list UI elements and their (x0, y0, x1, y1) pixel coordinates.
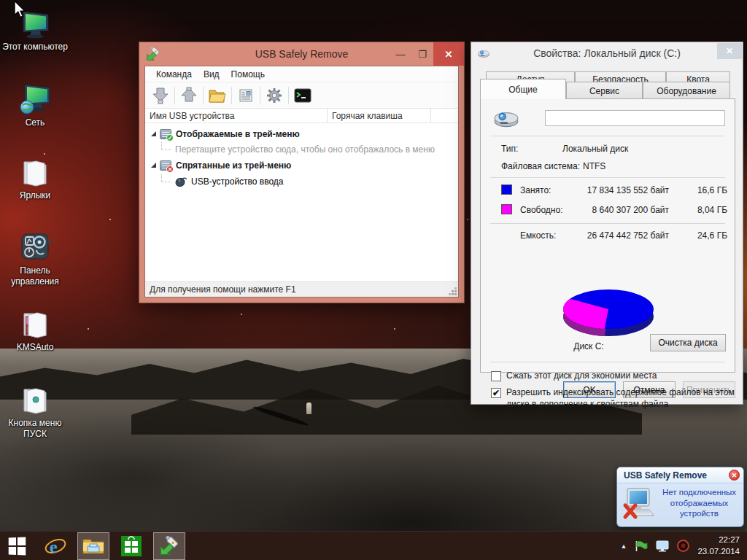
toolbar-separator (174, 87, 175, 104)
close-button[interactable]: ✕ (433, 42, 464, 66)
taskbar-windows-store[interactable] (115, 532, 147, 560)
tab-tools[interactable]: Сервис (566, 82, 643, 99)
tree-group-hidden-row[interactable]: ✕ Спрятанные из трей-меню (145, 158, 291, 173)
usb-window-titlebar[interactable]: USB Safely Remove — ❐ ✕ (139, 42, 464, 66)
resize-grip[interactable] (454, 293, 457, 295)
type-value: Локальный диск (562, 144, 628, 154)
taskbar-file-explorer[interactable] (77, 532, 109, 560)
status-text: Для получения помощи нажмите F1 (150, 284, 296, 295)
tray-menu-shown-icon: ✓ (160, 129, 171, 139)
eject-arrow-down-icon (152, 87, 169, 104)
clock-date: 23.07.2014 (697, 546, 740, 558)
desktop-icon-start-menu-button[interactable]: Кнопка меню ПУСК (1, 384, 69, 440)
start-button[interactable] (0, 532, 34, 560)
device-properties-button[interactable] (233, 85, 258, 106)
command-line-button[interactable] (290, 85, 315, 106)
volume-icon[interactable] (677, 540, 689, 552)
usb-window-client-area: Команда Вид Помощь (144, 66, 459, 298)
tree-device-row[interactable]: USB-устройство ввода (145, 174, 284, 189)
tray-show-hidden-icons[interactable]: ▲ (621, 542, 627, 550)
console-icon (294, 88, 311, 103)
desktop-icon-this-computer[interactable]: Этот компьютер (1, 9, 69, 52)
toolbar-separator (231, 87, 232, 104)
notification-close-button[interactable]: ✕ (729, 470, 740, 481)
windows-store-icon (120, 535, 142, 557)
folder-icon (18, 156, 52, 188)
desktop-icon-label: Ярлыки (1, 190, 69, 201)
free-bytes: 8 640 307 200 байт (574, 205, 669, 215)
used-size: 16,6 ГБ (676, 185, 727, 195)
index-checkbox-row[interactable]: ✔ Разрешить индексировать содержимое фай… (491, 387, 735, 410)
general-tab-page: Тип: Локальный диск Файловая система: NT… (480, 98, 735, 373)
menu-help[interactable]: Помощь (225, 67, 271, 82)
stars (0, 0, 1, 1)
desktop-icon-label: Сеть (1, 117, 69, 128)
folder-icon (18, 384, 52, 416)
tree-branch-line (161, 174, 171, 182)
minimize-button[interactable]: — (390, 42, 411, 66)
disk-drive-icon (492, 107, 520, 129)
taskbar-internet-explorer[interactable]: e (39, 532, 71, 560)
device-tree: ✓ Отображаемые в трей-меню Перетащите ус… (145, 123, 458, 281)
capacity-label: Емкость: (520, 230, 556, 241)
open-device-button[interactable] (205, 85, 230, 106)
return-device-button[interactable] (177, 85, 201, 106)
desktop-icon-control-panel[interactable]: Панель управления (1, 231, 69, 287)
tab-hardware[interactable]: Оборудование (643, 82, 730, 99)
tray-menu-hidden-icon: ✕ (160, 160, 171, 171)
check-badge-icon: ✓ (166, 134, 174, 141)
dialog-title: Свойства: Локальный диск (C:) (471, 47, 743, 59)
column-hotkey[interactable]: Горячая клавиша (328, 109, 431, 122)
used-color-swatch (501, 184, 512, 195)
desktop-icon-label: Кнопка меню ПУСК (1, 418, 69, 440)
tab-general[interactable]: Общие (480, 79, 566, 99)
disk-cleanup-button[interactable]: Очистка диска (650, 334, 726, 351)
capacity-size: 24,6 ГБ (676, 230, 727, 241)
action-center-flag-icon[interactable] (635, 540, 648, 552)
settings-button[interactable] (262, 85, 287, 106)
no-devices-computer-icon (622, 486, 657, 520)
compress-checkbox[interactable] (491, 371, 501, 381)
dialog-close-button[interactable]: ✕ (717, 43, 742, 59)
astronaut-figure (306, 402, 311, 414)
clock-time: 22:27 (697, 534, 740, 546)
compress-checkbox-row[interactable]: Сжать этот диск для экономии места (491, 370, 657, 382)
device-list-header: Имя USB устройства Горячая клавиша (145, 109, 458, 123)
file-explorer-icon (82, 537, 104, 555)
separator (490, 177, 725, 178)
stop-device-button[interactable] (148, 85, 173, 106)
expanded-arrow-icon[interactable] (151, 131, 156, 136)
toolbar-separator (203, 87, 204, 104)
system-tray: ▲ 22:27 23.07.2014 (621, 534, 747, 557)
drag-hint-label: Перетащите устройство сюда, чтобы оно от… (175, 144, 435, 155)
network-icon (18, 83, 52, 115)
filesystem-value: NTFS (583, 161, 605, 171)
separator (490, 223, 725, 224)
notification-message: Нет подключенных отображаемых устройств (659, 487, 739, 518)
menu-view[interactable]: Вид (198, 67, 225, 82)
disk-caption: Диск C: (545, 341, 632, 351)
menu-command[interactable]: Команда (150, 67, 198, 82)
group-hidden-label: Спрятанные из трей-меню (176, 160, 291, 171)
column-device-name[interactable]: Имя USB устройства (145, 109, 328, 122)
capacity-bytes: 26 474 442 752 байт (574, 230, 669, 241)
column-empty (431, 109, 458, 122)
index-checkbox[interactable]: ✔ (491, 388, 501, 398)
desktop-icon-network[interactable]: Сеть (1, 83, 69, 128)
tree-group-shown-row[interactable]: ✓ Отображаемые в трей-меню (145, 126, 300, 141)
desktop-icon-kmsauto[interactable]: KMSAuto (1, 308, 69, 353)
taskbar-clock[interactable]: 22:27 23.07.2014 (697, 534, 740, 557)
usb-notification-balloon: USB Safely Remove ✕ Нет подключенных ото… (616, 467, 744, 527)
folder-icon (18, 308, 52, 340)
type-label: Тип: (501, 144, 518, 154)
compress-checkbox-label: Сжать этот диск для экономии места (506, 370, 657, 382)
disk-properties-dialog: Свойства: Локальный диск (C:) ✕ Доступ Б… (471, 42, 743, 405)
network-status-icon[interactable] (656, 540, 669, 552)
dialog-titlebar[interactable]: Свойства: Локальный диск (C:) ✕ (471, 42, 743, 64)
taskbar-usb-safely-remove[interactable] (153, 532, 185, 560)
notification-body: Нет подключенных отображаемых устройств (617, 483, 743, 523)
volume-label-input[interactable] (545, 110, 725, 126)
desktop-icon-shortcuts[interactable]: Ярлыки (1, 156, 69, 201)
expanded-arrow-icon[interactable] (151, 163, 156, 168)
maximize-button[interactable]: ❐ (411, 42, 433, 66)
